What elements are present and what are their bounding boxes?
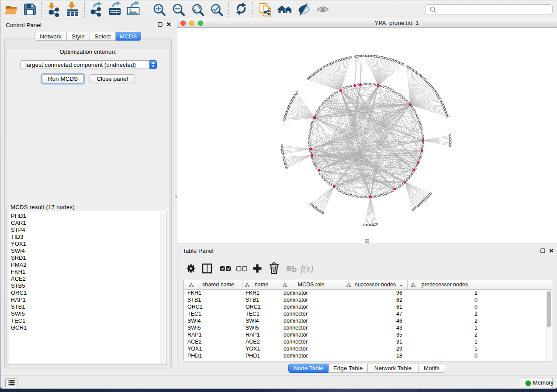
svg-text:f(x): f(x): [301, 263, 313, 274]
